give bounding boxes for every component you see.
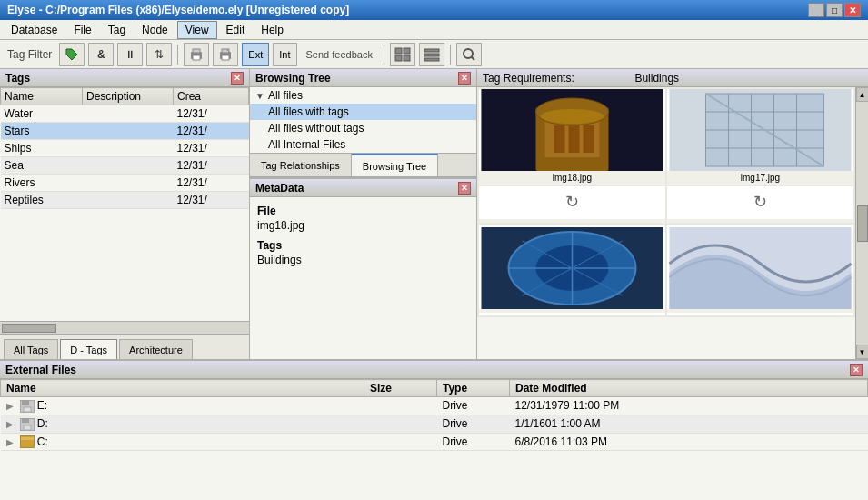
img4-label bbox=[667, 219, 853, 223]
list-view-button[interactable] bbox=[419, 43, 444, 66]
browsing-panel-close[interactable]: ✕ bbox=[458, 72, 471, 85]
col-description[interactable]: Description bbox=[83, 88, 174, 105]
svg-rect-11 bbox=[424, 49, 439, 52]
menu-file[interactable]: File bbox=[66, 22, 98, 38]
menu-database[interactable]: Database bbox=[4, 22, 65, 38]
svg-rect-5 bbox=[222, 55, 229, 60]
col-type[interactable]: Type bbox=[437, 380, 510, 397]
col-filename[interactable]: Name bbox=[1, 380, 364, 397]
vscroll-down[interactable]: ▼ bbox=[856, 345, 869, 359]
tags-panel-header: Tags ✕ bbox=[0, 69, 249, 87]
ext-button[interactable]: Ext bbox=[242, 43, 269, 66]
metadata-title: MetaData bbox=[255, 182, 304, 195]
tab-architecture[interactable]: Architecture bbox=[119, 339, 193, 359]
cell-size bbox=[364, 397, 437, 415]
metadata-container: MetaData ✕ File img18.jpg Tags Buildings bbox=[250, 177, 476, 359]
print2-button[interactable] bbox=[213, 43, 238, 66]
toolbar-separator-3 bbox=[450, 45, 451, 65]
image-cell-3[interactable]: ↻ bbox=[479, 186, 665, 223]
menu-help[interactable]: Help bbox=[254, 22, 291, 38]
tree-all-files[interactable]: ▼ All files bbox=[250, 87, 476, 104]
image-cell-1[interactable]: img18.jpg bbox=[479, 89, 665, 185]
col-created[interactable]: Crea bbox=[174, 88, 249, 105]
tree-label-withTags: All files with tags bbox=[268, 105, 349, 118]
tree-label-allfiles: All files bbox=[268, 89, 303, 102]
cell-filename: ▶ C: bbox=[1, 433, 364, 451]
img6-label bbox=[667, 309, 853, 313]
pause-button[interactable]: ⏸ bbox=[117, 43, 143, 66]
browsing-tabs: Tag Relationships Browsing Tree bbox=[250, 154, 476, 177]
table-row[interactable]: Rivers 12/31/ bbox=[1, 175, 249, 192]
svg-rect-1 bbox=[193, 49, 200, 53]
maximize-button[interactable]: □ bbox=[826, 3, 843, 17]
table-row[interactable]: Stars 12/31/ bbox=[1, 123, 249, 140]
toolbar: Tag Filter & ⏸ ⇅ Ext Int Send feedback bbox=[0, 40, 868, 69]
tags-scroll-area: Name Description Crea Water 12/31/Stars … bbox=[0, 87, 249, 334]
cell-date: 12/31/1979 11:00 PM bbox=[510, 397, 868, 415]
send-feedback-label[interactable]: Send feedback bbox=[301, 43, 378, 66]
tree-internal-files[interactable]: All Internal Files bbox=[250, 136, 476, 153]
tags-panel-close[interactable]: ✕ bbox=[231, 72, 244, 85]
toolbar-separator-2 bbox=[384, 45, 384, 65]
table-row[interactable]: Water 12/31/ bbox=[1, 105, 249, 123]
cell-filename: ▶ D: bbox=[1, 415, 364, 433]
cell-name: Sea bbox=[1, 157, 83, 175]
h-scrollbar-thumb[interactable] bbox=[2, 324, 56, 333]
right-vscrollbar[interactable]: ▲ ▼ bbox=[855, 87, 868, 359]
tab-d-tags[interactable]: D - Tags bbox=[60, 339, 117, 359]
col-name[interactable]: Name bbox=[1, 88, 83, 105]
toolbar-separator-1 bbox=[177, 45, 178, 65]
tree-label-internalFiles: All Internal Files bbox=[268, 138, 345, 151]
cell-name: Rivers bbox=[1, 175, 83, 192]
ampersand-button[interactable]: & bbox=[88, 43, 114, 66]
svg-rect-47 bbox=[22, 418, 29, 423]
menu-view[interactable]: View bbox=[177, 21, 217, 39]
tree-files-with-tags[interactable]: All files with tags bbox=[250, 104, 476, 120]
refresh-icon-2: ↻ bbox=[748, 186, 773, 217]
vscroll-thumb[interactable] bbox=[857, 205, 868, 242]
image-cell-5[interactable] bbox=[479, 225, 665, 315]
svg-rect-51 bbox=[21, 442, 34, 446]
img1-label: img18.jpg bbox=[479, 171, 665, 185]
table-row[interactable]: Ships 12/31/ bbox=[1, 140, 249, 157]
tab-tag-relationships[interactable]: Tag Relationships bbox=[250, 154, 352, 176]
image-cell-4[interactable]: ↻ bbox=[667, 186, 853, 223]
tags-data-table: Name Description Crea Water 12/31/Stars … bbox=[0, 87, 249, 209]
menu-tag[interactable]: Tag bbox=[101, 22, 133, 38]
table-row[interactable]: Reptiles 12/31/ bbox=[1, 192, 249, 209]
image-cell-2[interactable]: img17.jpg bbox=[667, 89, 853, 185]
int-button[interactable]: Int bbox=[273, 43, 296, 66]
svg-rect-10 bbox=[404, 55, 410, 61]
metadata-close[interactable]: ✕ bbox=[458, 182, 471, 195]
menu-bar: Database File Tag Node View Edit Help bbox=[0, 20, 868, 40]
close-button[interactable]: ✕ bbox=[844, 3, 861, 17]
tags-h-scrollbar[interactable] bbox=[0, 321, 249, 334]
file-label: File bbox=[257, 205, 469, 217]
bottom-panel-close[interactable]: ✕ bbox=[850, 364, 863, 376]
search-button[interactable] bbox=[456, 43, 482, 66]
tree-files-without-tags[interactable]: All files without tags bbox=[250, 120, 476, 136]
tab-all-tags[interactable]: All Tags bbox=[4, 339, 58, 359]
sort-button[interactable]: ⇅ bbox=[146, 43, 172, 66]
minimize-button[interactable]: _ bbox=[808, 3, 824, 17]
window-controls: _ □ ✕ bbox=[808, 3, 861, 17]
col-size[interactable]: Size bbox=[364, 380, 437, 397]
green-tag-button[interactable] bbox=[59, 43, 85, 66]
browsing-panel-title: Browsing Tree bbox=[255, 72, 331, 85]
table-row[interactable]: Sea 12/31/ bbox=[1, 157, 249, 175]
print-button[interactable] bbox=[184, 43, 209, 66]
middle-panel: Browsing Tree ✕ ▼ All files All files wi… bbox=[250, 69, 477, 359]
menu-edit[interactable]: Edit bbox=[219, 22, 253, 38]
list-item[interactable]: ▶ D: Drive 1/1/1601 1:00 AM bbox=[1, 415, 868, 433]
cell-desc bbox=[83, 175, 174, 192]
col-date[interactable]: Date Modified bbox=[510, 380, 868, 397]
list-item[interactable]: ▶ C: Drive 6/8/2016 11:03 PM bbox=[1, 433, 868, 451]
grid-view-button[interactable] bbox=[390, 43, 415, 66]
image-cell-6[interactable] bbox=[667, 225, 853, 315]
bottom-panel-header: External Files ✕ bbox=[0, 361, 868, 379]
vscroll-up[interactable]: ▲ bbox=[856, 87, 869, 102]
cell-filename: ▶ E: bbox=[1, 397, 364, 415]
menu-node[interactable]: Node bbox=[135, 22, 175, 38]
tab-browsing-tree[interactable]: Browsing Tree bbox=[352, 154, 438, 176]
list-item[interactable]: ▶ E: Drive 12/31/1979 11:00 PM bbox=[1, 397, 868, 415]
